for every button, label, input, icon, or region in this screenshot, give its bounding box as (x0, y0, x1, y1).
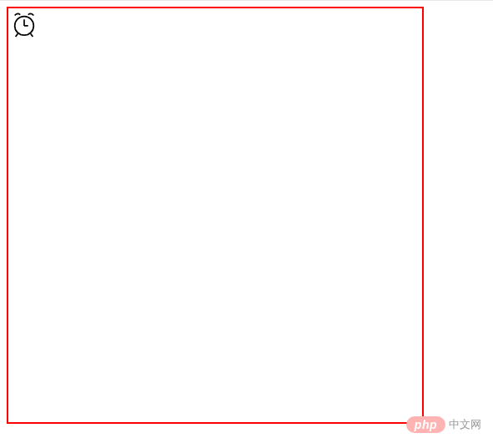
svg-line-4 (31, 33, 33, 37)
watermark-label: 中文网 (449, 417, 481, 432)
content-box (7, 7, 424, 424)
php-badge: php (406, 416, 445, 433)
svg-line-3 (16, 33, 18, 37)
alarm-clock-icon (10, 10, 38, 38)
top-divider (0, 0, 493, 1)
watermark: php 中文网 (406, 416, 481, 433)
